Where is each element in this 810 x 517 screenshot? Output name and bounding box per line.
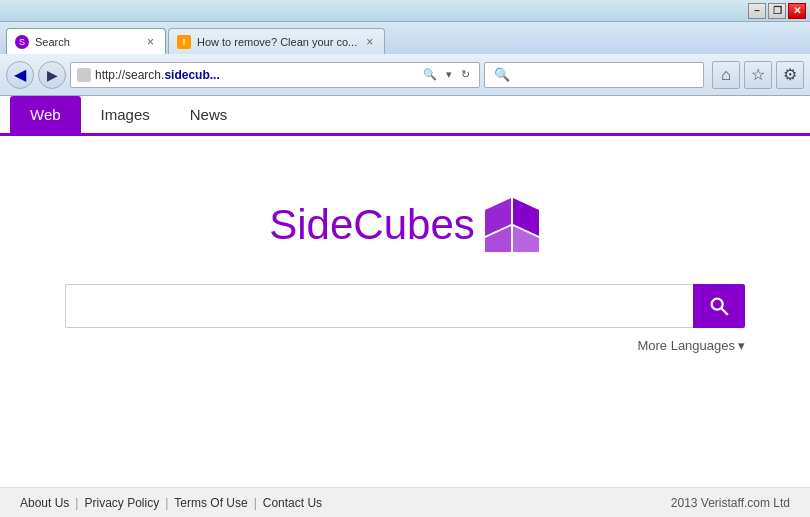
- window-controls: – ❐ ✕: [748, 3, 806, 19]
- minimize-button[interactable]: –: [748, 3, 766, 19]
- refresh-icon[interactable]: ↻: [458, 67, 473, 82]
- title-bar: – ❐ ✕: [0, 0, 810, 22]
- forward-button[interactable]: ▶: [38, 61, 66, 89]
- search-box-area: [65, 284, 745, 328]
- settings-button[interactable]: ⚙: [776, 61, 804, 89]
- address-bold: sidecub...: [164, 68, 219, 82]
- tab-favicon-howto: !: [177, 35, 191, 49]
- dropdown-arrow-icon[interactable]: ▾: [443, 67, 455, 82]
- page-content: Web Images News SideCubes: [0, 96, 810, 517]
- back-button[interactable]: ◀: [6, 61, 34, 89]
- footer-contact[interactable]: Contact Us: [263, 496, 322, 510]
- nav-tabs: Web Images News: [0, 96, 810, 136]
- tab-howto[interactable]: ! How to remove? Clean your co... ×: [168, 28, 385, 54]
- search-icon: [708, 295, 730, 317]
- home-button[interactable]: ⌂: [712, 61, 740, 89]
- footer-sep-3: |: [254, 496, 257, 510]
- browser-tab-bar: S Search × ! How to remove? Clean your c…: [0, 22, 810, 54]
- tab-favicon-search: S: [15, 35, 29, 49]
- search-bar[interactable]: 🔍: [484, 62, 704, 88]
- logo-text: SideCubes: [269, 201, 474, 249]
- footer: About Us | Privacy Policy | Terms Of Use…: [0, 487, 810, 517]
- logo-area: SideCubes: [269, 196, 540, 254]
- tab-search[interactable]: S Search ×: [6, 28, 166, 54]
- more-languages-area: More Languages ▾: [65, 338, 745, 353]
- favorites-button[interactable]: ☆: [744, 61, 772, 89]
- search-input[interactable]: [65, 284, 693, 328]
- tab-news[interactable]: News: [170, 96, 248, 133]
- footer-privacy[interactable]: Privacy Policy: [84, 496, 159, 510]
- search-engine-icon: 🔍: [491, 66, 513, 83]
- address-bar[interactable]: http://search.sidecub... 🔍 ▾ ↻: [70, 62, 480, 88]
- footer-sep-2: |: [165, 496, 168, 510]
- address-favicon: [77, 68, 91, 82]
- tab-howto-close[interactable]: ×: [363, 34, 376, 50]
- tab-images[interactable]: Images: [81, 96, 170, 133]
- search-address-icon[interactable]: 🔍: [420, 67, 440, 82]
- main-content: SideCubes: [0, 136, 810, 456]
- footer-terms[interactable]: Terms Of Use: [174, 496, 247, 510]
- logo-icon: [483, 196, 541, 254]
- more-languages-text: More Languages: [637, 338, 735, 353]
- close-button[interactable]: ✕: [788, 3, 806, 19]
- address-text: http://search.sidecub...: [95, 68, 416, 82]
- tab-web[interactable]: Web: [10, 96, 81, 133]
- svg-line-5: [721, 308, 727, 314]
- footer-copyright: 2013 Veristaff.com Ltd: [671, 496, 790, 510]
- search-button[interactable]: [693, 284, 745, 328]
- footer-sep-1: |: [75, 496, 78, 510]
- tab-search-title: Search: [35, 36, 138, 48]
- restore-button[interactable]: ❐: [768, 3, 786, 19]
- tab-search-close[interactable]: ×: [144, 34, 157, 50]
- toolbar-actions: ⌂ ☆ ⚙: [708, 61, 804, 89]
- browser-window: – ❐ ✕ S Search × ! How to remove? Clean …: [0, 0, 810, 517]
- address-actions: 🔍 ▾ ↻: [420, 67, 473, 82]
- footer-links: About Us | Privacy Policy | Terms Of Use…: [20, 496, 322, 510]
- tab-howto-title: How to remove? Clean your co...: [197, 36, 357, 48]
- dropdown-icon: ▾: [738, 338, 745, 353]
- footer-about[interactable]: About Us: [20, 496, 69, 510]
- browser-toolbar: ◀ ▶ http://search.sidecub... 🔍 ▾ ↻ 🔍 ⌂ ☆…: [0, 54, 810, 96]
- more-languages-link[interactable]: More Languages ▾: [637, 338, 745, 353]
